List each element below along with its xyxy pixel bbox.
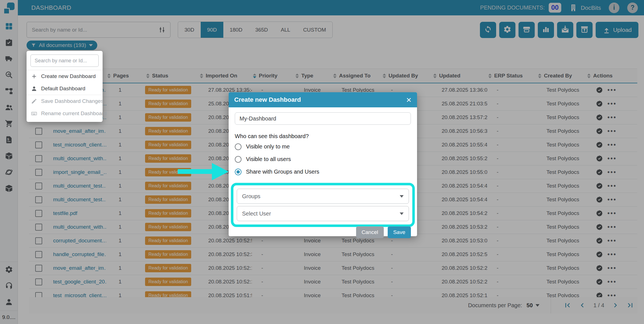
person-icon xyxy=(31,86,37,92)
save-button[interactable]: Save xyxy=(388,226,411,238)
radio-option-visible-to-all-users[interactable]: Visible to all users xyxy=(235,153,411,165)
pencil-icon xyxy=(31,98,37,104)
cancel-button[interactable]: Cancel xyxy=(356,226,384,238)
chevron-down-icon xyxy=(400,195,404,198)
user-select[interactable]: Select User xyxy=(237,206,409,221)
radio-option-share-with-groups-and-users[interactable]: Share with Groups and Users xyxy=(235,165,411,178)
groups-select[interactable]: Groups xyxy=(237,189,409,204)
plus-icon xyxy=(31,73,37,79)
menu-item-label: Save Dashboard Changes xyxy=(41,98,103,104)
menu-item-default-dashboard[interactable]: Default Dashboard xyxy=(27,82,103,95)
modal-title: Create new Dashboard xyxy=(234,96,301,103)
chevron-down-icon xyxy=(400,212,404,215)
menu-search-input[interactable] xyxy=(34,58,95,64)
visibility-question: Who can see this dashboard? xyxy=(235,133,411,140)
user-select-label: Select User xyxy=(242,211,271,217)
modal-header: Create new Dashboard × xyxy=(229,92,417,107)
modal-body: Who can see this dashboard? Visible only… xyxy=(229,112,417,241)
radio-selected-icon xyxy=(235,169,242,175)
close-icon[interactable]: × xyxy=(406,95,411,104)
menu-item-save-dashboard-changes[interactable]: Save Dashboard Changes xyxy=(27,95,103,107)
radio-option-label: Share with Groups and Users xyxy=(246,169,319,175)
modal-actions: Cancel Save xyxy=(356,226,411,238)
menu-item-rename-current-dashboard[interactable]: Rename current Dashboard xyxy=(27,107,103,120)
dashboard-menu-items: Create new DashboardDefault DashboardSav… xyxy=(27,70,103,120)
radio-option-label: Visible only to me xyxy=(246,143,290,150)
groups-select-label: Groups xyxy=(242,193,261,200)
annotation-highlight: Groups Select User xyxy=(231,183,415,227)
menu-item-label: Default Dashboard xyxy=(41,86,85,92)
radio-option-visible-only-to-me[interactable]: Visible only to me xyxy=(235,140,411,153)
dashboard-name-input[interactable] xyxy=(235,112,411,125)
visibility-options: Visible only to meVisible to all usersSh… xyxy=(235,140,411,178)
menu-item-create-new-dashboard[interactable]: Create new Dashboard xyxy=(27,70,103,82)
radio-unselected-icon xyxy=(235,156,242,163)
create-dashboard-modal: Create new Dashboard × Who can see this … xyxy=(229,92,417,236)
keyboard-icon xyxy=(31,110,37,117)
menu-item-label: Create new Dashboard xyxy=(41,73,96,79)
dashboard-menu: Create new DashboardDefault DashboardSav… xyxy=(27,51,103,122)
menu-item-label: Rename current Dashboard xyxy=(41,110,106,117)
radio-unselected-icon xyxy=(235,143,242,150)
radio-option-label: Visible to all users xyxy=(246,156,291,162)
app-window: $ 9.0.... DASHBOARD PENDING DOCUMENTS: 0… xyxy=(0,0,644,324)
menu-search-box xyxy=(30,55,99,67)
